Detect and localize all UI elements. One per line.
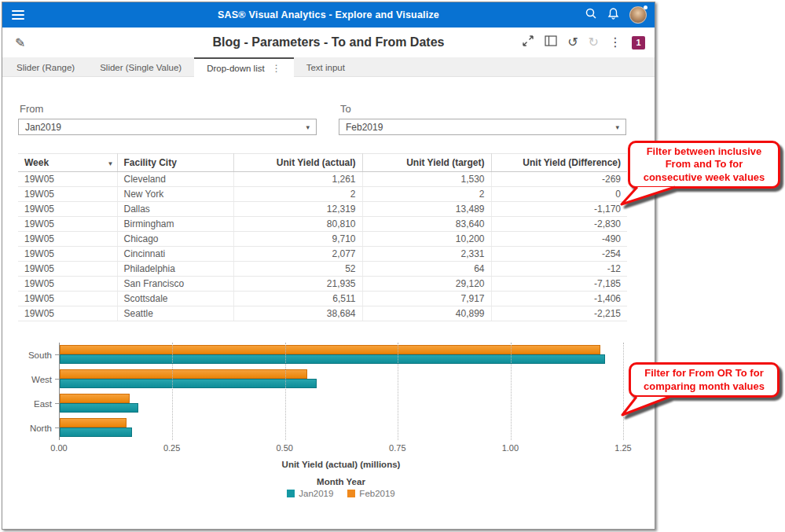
table-cell: 2,331 <box>362 247 491 262</box>
table-cell: 19W05 <box>18 217 117 232</box>
expand-icon[interactable] <box>522 35 534 50</box>
legend-label: Feb2019 <box>359 489 394 498</box>
table-row[interactable]: 19W05Cincinnati2,0772,331-254 <box>18 247 627 262</box>
edit-pencil-icon[interactable]: ✎ <box>15 35 25 50</box>
legend-item-jan2019[interactable]: Jan2019 <box>287 489 333 498</box>
table-cell: 13,489 <box>362 202 491 217</box>
redo-icon[interactable]: ↻ <box>589 36 599 49</box>
gridline <box>172 343 173 440</box>
tab-text-input[interactable]: Text input <box>294 57 358 76</box>
column-header[interactable]: Unit Yield (Difference) <box>491 154 627 172</box>
table-body: 19W05Cleveland1,2611,530-26919W05New Yor… <box>18 172 627 321</box>
tab-drop-down-list[interactable]: Drop-down list ⋮ <box>194 57 294 77</box>
gridline <box>285 343 286 440</box>
side-panel-icon[interactable] <box>545 35 557 50</box>
table-cell: 6,511 <box>233 292 362 306</box>
callout-bubble: Filter for From OR To for comparing mont… <box>629 362 779 398</box>
category-label: North <box>18 416 59 440</box>
x-tick-label: 0.25 <box>163 443 180 453</box>
table-row[interactable]: 19W05Seattle38,68440,899-2,215 <box>18 306 627 321</box>
table-cell: Seattle <box>117 306 233 321</box>
kebab-menu-icon[interactable]: ⋮ <box>609 36 622 49</box>
bar-feb2019-west[interactable] <box>60 369 307 379</box>
menu-icon[interactable] <box>12 8 24 22</box>
callout-tail <box>618 185 681 207</box>
x-tick-label: 0.00 <box>50 443 67 453</box>
x-tick-label: 1.25 <box>614 443 631 453</box>
bar-jan2019-east[interactable] <box>60 403 138 413</box>
bar-jan2019-south[interactable] <box>60 354 605 364</box>
bar-chart: SouthWestEastNorth 0.000.250.500.751.001… <box>18 332 627 513</box>
table-cell: -2,830 <box>491 217 627 232</box>
tab-kebab-icon[interactable]: ⋮ <box>272 63 281 74</box>
table-cell: 38,684 <box>233 306 362 321</box>
x-tick-label: 0.50 <box>276 443 292 453</box>
table-row[interactable]: 19W05New York220 <box>18 187 627 202</box>
category-label: West <box>18 367 59 391</box>
bar-feb2019-east[interactable] <box>60 394 130 403</box>
table-cell: 1,530 <box>362 172 491 187</box>
table-cell: 19W05 <box>18 232 117 247</box>
table-row[interactable]: 19W05Scottsdale6,5117,917-1,406 <box>18 292 627 306</box>
legend-items: Jan2019Feb2019 <box>59 489 623 498</box>
app-window: SAS® Visual Analytics - Explore and Visu… <box>2 2 655 530</box>
table-row[interactable]: 19W05San Francisco21,93529,120-7,185 <box>18 277 627 292</box>
x-tick-label: 1.00 <box>502 443 519 453</box>
x-tick-label: 0.75 <box>389 443 405 453</box>
report-toolbar: ✎ Blog - Parameters - To and From Dates … <box>2 28 655 57</box>
x-axis-ticks: 0.000.250.500.751.001.25 <box>59 443 623 454</box>
bar-feb2019-south[interactable] <box>60 345 600 354</box>
table-cell: New York <box>117 187 233 202</box>
table-cell: 19W05 <box>18 247 117 262</box>
table-cell: 19W05 <box>18 306 117 321</box>
category-label: South <box>18 343 59 367</box>
bar-jan2019-north[interactable] <box>60 427 132 437</box>
column-header[interactable]: Unit Yield (target) <box>362 154 491 172</box>
table-cell: 1,261 <box>233 172 362 187</box>
tab-slider-range[interactable]: Slider (Range) <box>4 57 87 76</box>
bar-feb2019-north[interactable] <box>60 418 127 427</box>
callout-bubble: Filter between inclusive From and To for… <box>628 141 780 189</box>
bar-group <box>60 391 623 416</box>
table-cell: 21,935 <box>233 277 362 292</box>
from-dropdown[interactable]: Jan2019▾ <box>18 119 317 135</box>
table-cell: 19W05 <box>18 262 117 277</box>
alert-count-badge[interactable]: 1 <box>632 36 645 50</box>
legend-swatch <box>287 490 295 497</box>
chart-legend: Month Year Jan2019Feb2019 <box>59 477 623 498</box>
column-filter-icon[interactable]: ▼ <box>108 160 114 167</box>
table-row[interactable]: 19W05Cleveland1,2611,530-269 <box>18 172 627 187</box>
table-cell: Cincinnati <box>117 247 233 262</box>
table-row[interactable]: 19W05Philadelphia5264-12 <box>18 262 627 277</box>
table-cell: San Francisco <box>117 277 233 292</box>
search-icon[interactable] <box>585 7 597 23</box>
bell-icon[interactable] <box>607 7 619 23</box>
user-avatar[interactable] <box>629 6 647 24</box>
table-cell: 0 <box>491 187 627 202</box>
table-row[interactable]: 19W05Dallas12,31913,489-1,170 <box>18 202 627 217</box>
table-row[interactable]: 19W05Birmingham80,81083,640-2,830 <box>18 217 627 232</box>
tab-slider-single-value[interactable]: Slider (Single Value) <box>87 57 194 76</box>
table-cell: -7,185 <box>491 277 627 292</box>
table-cell: 12,319 <box>233 202 362 217</box>
column-header[interactable]: Unit Yield (actual) <box>233 154 362 172</box>
column-header[interactable]: Facility City <box>117 154 233 172</box>
bar-jan2019-west[interactable] <box>60 379 317 388</box>
column-header[interactable]: Week▼ <box>18 154 117 172</box>
undo-icon[interactable]: ↺ <box>567 36 578 49</box>
gridline <box>511 343 512 440</box>
table-cell: 29,120 <box>362 277 491 292</box>
to-dropdown[interactable]: Feb2019▾ <box>339 119 626 135</box>
table-cell: 64 <box>362 262 491 277</box>
table-cell: -2,215 <box>491 306 627 321</box>
legend-item-feb2019[interactable]: Feb2019 <box>347 489 394 498</box>
gridline <box>398 343 398 440</box>
table-cell: Philadelphia <box>117 262 233 277</box>
app-bar: SAS® Visual Analytics - Explore and Visu… <box>2 2 655 28</box>
table-cell: 7,917 <box>362 292 491 306</box>
table-header: Week▼Facility CityUnit Yield (actual)Uni… <box>18 154 627 172</box>
category-label: East <box>18 391 59 416</box>
table-cell: 2,077 <box>233 247 362 262</box>
table-row[interactable]: 19W05Chicago9,71010,200-490 <box>18 232 627 247</box>
table-cell: -269 <box>491 172 627 187</box>
